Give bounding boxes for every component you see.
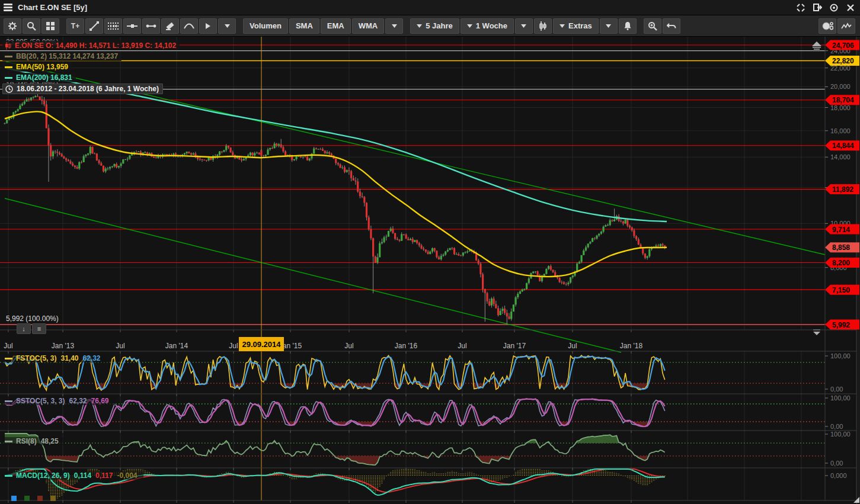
ema200-color-dash <box>5 77 12 79</box>
range-select[interactable]: 5 Jahre <box>410 18 459 34</box>
wma-button[interactable]: WMA <box>352 18 385 34</box>
rsi-legend[interactable]: RSI(8) 48,25 <box>2 437 65 445</box>
legend-ohlc-row[interactable]: E.ON SE O: 14,490 H: 14,571 L: 13,919 C:… <box>2 41 180 50</box>
svg-text:16,000: 16,000 <box>830 127 851 134</box>
svg-text:8,200: 8,200 <box>832 259 850 267</box>
alarm-bell-icon[interactable] <box>619 18 637 34</box>
svg-text:Jan '17: Jan '17 <box>503 342 526 350</box>
fstoc-label: FSTOC(5, 3) <box>16 354 56 362</box>
svg-text:9,714: 9,714 <box>832 226 850 234</box>
svg-text:Jul: Jul <box>458 342 466 350</box>
zoom-in-icon[interactable] <box>644 18 661 34</box>
macd-legend[interactable]: MACD(12, 26, 9) 0,114 0,117 -0,004 <box>2 471 143 480</box>
layout-grid-icon[interactable] <box>41 18 59 34</box>
fib-level-label-100: 5,992 (100.00%) <box>6 314 59 323</box>
svg-text:5,992: 5,992 <box>832 321 850 329</box>
fstoc-legend[interactable]: FSTOC(5, 3) 31,40 62,32 <box>2 354 107 362</box>
arc-tool-icon[interactable] <box>180 18 198 34</box>
svg-text:18,704: 18,704 <box>832 96 854 104</box>
macd-color-dash <box>5 475 12 477</box>
range-select-label: 5 Jahre <box>426 21 453 30</box>
svg-text:100,00: 100,00 <box>830 352 851 359</box>
svg-text:Jan '16: Jan '16 <box>395 342 418 350</box>
interval-select[interactable]: 1 Woche <box>461 18 514 34</box>
text-tool[interactable]: T+ <box>66 18 84 34</box>
sstoc-legend[interactable]: SSTOC(5, 3, 3) 62,32 76,69 <box>2 397 116 405</box>
ema50-color-dash <box>5 66 12 68</box>
interval-select-label: 1 Woche <box>476 21 507 30</box>
fullscreen-icon[interactable] <box>794 2 808 14</box>
sstoc-label: SSTOC(5, 3, 3) <box>16 397 65 405</box>
chart-toolbar: T+ Volumen SMA EMA WMA 5 Jahre 1 Woche <box>0 15 860 37</box>
close-icon[interactable] <box>843 2 858 14</box>
svg-text:Jul: Jul <box>4 342 12 350</box>
legend-bb-row[interactable]: BB(20, 2) 15,312 14,274 13,237 <box>2 52 122 61</box>
record-icon[interactable] <box>827 2 841 14</box>
candlestick-icon <box>5 42 11 50</box>
extras-select[interactable]: Extras <box>553 18 599 34</box>
window-titlebar: Chart E.ON SE [5y] <box>0 0 860 15</box>
swatch-green <box>24 496 30 501</box>
svg-text:Jul: Jul <box>568 342 577 350</box>
trading-chart-app: { "titlebar": {"title": "Chart E.ON SE [… <box>0 0 860 504</box>
extras-dropdown-caret[interactable] <box>600 18 618 34</box>
sstoc-color-dash <box>5 400 12 402</box>
svg-text:8,858: 8,858 <box>832 243 850 252</box>
menu-icon[interactable] <box>0 4 15 11</box>
svg-text:14,000: 14,000 <box>830 153 851 160</box>
svg-text:7,150: 7,150 <box>832 286 850 294</box>
scaling-options-icon[interactable] <box>819 18 836 34</box>
legend-ema50-row[interactable]: EMA(50) 13,959 <box>2 62 72 72</box>
svg-text:14,844: 14,844 <box>832 142 854 150</box>
swatch-olive <box>50 496 56 501</box>
svg-text:18,000: 18,000 <box>830 104 851 111</box>
extras-select-label: Extras <box>568 21 592 30</box>
interval-dropdown-caret[interactable] <box>515 18 533 34</box>
pointer-tool-icon[interactable] <box>199 18 217 34</box>
svg-text:Jan '18: Jan '18 <box>620 342 643 350</box>
legend-ema200-row[interactable]: EMA(200) 16,831 <box>2 73 76 82</box>
sstoc-value-d: 76,69 <box>91 397 109 405</box>
ema-button[interactable]: EMA <box>321 18 351 34</box>
sma-button[interactable]: SMA <box>289 18 319 34</box>
chart-type-icon[interactable] <box>534 18 552 34</box>
svg-text:100,00: 100,00 <box>830 394 851 402</box>
swatch-red <box>37 496 43 501</box>
eraser-tool-icon[interactable] <box>161 18 179 34</box>
sstoc-value-k: 62,32 <box>69 397 87 405</box>
rsi-color-dash <box>5 441 12 442</box>
svg-text:100,00: 100,00 <box>830 431 851 438</box>
undo-icon[interactable] <box>663 18 680 34</box>
settings-icon[interactable] <box>4 18 21 34</box>
search-icon[interactable] <box>23 18 40 34</box>
svg-text:0,00: 0,00 <box>830 386 843 393</box>
svg-text:24,706: 24,706 <box>832 41 854 50</box>
chart-legend: E.ON SE O: 14,490 H: 14,571 L: 13,919 C:… <box>2 41 180 95</box>
svg-text:22,820: 22,820 <box>832 57 854 65</box>
mini-chart-icon[interactable] <box>837 18 855 34</box>
svg-text:Jul: Jul <box>344 342 353 350</box>
fstoc-value-k: 31,40 <box>60 354 78 362</box>
macd-signal-value: 0,117 <box>95 471 113 480</box>
ma-dropdown-caret[interactable] <box>385 18 403 34</box>
legend-period-row: 18.06.2012 - 23.04.2018 (6 Jahre, 1 Woch… <box>2 84 163 94</box>
fibonacci-tool-icon[interactable] <box>104 18 122 34</box>
horizontal-ray-tool-icon[interactable] <box>142 18 160 34</box>
svg-text:20,000: 20,000 <box>830 83 851 90</box>
volumen-button[interactable]: Volumen <box>243 18 288 34</box>
fstoc-value-d: 62,32 <box>83 354 101 362</box>
crosshair-date-tag: 29.09.2014 <box>239 337 284 351</box>
scroll-down-button[interactable]: ↓ <box>17 323 31 334</box>
macd-value: 0,114 <box>74 471 91 480</box>
svg-text:Jul: Jul <box>229 342 238 350</box>
horizontal-line-tool-icon[interactable] <box>123 18 141 34</box>
fstoc-color-dash <box>5 358 12 359</box>
auto-scale-button[interactable]: ≡ <box>32 323 46 334</box>
rsi-value: 48,25 <box>41 437 59 445</box>
svg-text:Jan '13: Jan '13 <box>52 342 75 350</box>
svg-text:0,000: 0,000 <box>830 472 847 479</box>
export-window-icon[interactable] <box>810 2 824 14</box>
trendline-tool-icon[interactable] <box>85 18 103 34</box>
tools-dropdown-caret[interactable] <box>218 18 236 34</box>
svg-text:Jul: Jul <box>116 342 124 350</box>
